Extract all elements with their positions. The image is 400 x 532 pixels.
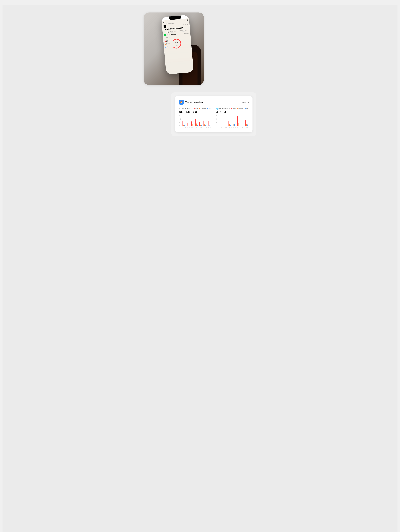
res-bar-red-3 <box>233 119 233 126</box>
search-icon[interactable]: ⌕ <box>185 24 186 25</box>
phone-gauge: 57 Total <box>170 38 182 50</box>
res-bar-orange-4 <box>238 123 239 126</box>
resource-legend-low: Low <box>245 108 249 109</box>
device-x-label: 22.12 <box>199 127 203 128</box>
ry-4: 4 <box>216 122 220 123</box>
device-medium-value-block: 146 <box>186 110 191 114</box>
more-icon[interactable]: ··· <box>187 24 188 25</box>
device-bar-group-3 <box>195 119 199 126</box>
period-icon: ▪ <box>240 101 241 103</box>
device-chart: 800 600 400 200 12.1819.1220.1221.1222.1… <box>179 115 211 129</box>
device-legend-low: Low <box>207 108 211 109</box>
phone-time: 9:41 <box>163 21 166 23</box>
resource-high-number: 4 <box>216 110 218 114</box>
bottom-section: 🔥 Threat detection ▪ This week <box>144 92 256 136</box>
gear-icon-small: ⚙ <box>164 37 165 38</box>
bar-orange-4 <box>200 125 201 126</box>
device-alerts-legend: High Medium Low <box>194 108 211 109</box>
device-low-number: 2.3k <box>193 110 198 114</box>
bar-blue-6 <box>209 125 210 126</box>
resource-medium-dot <box>237 108 238 109</box>
res-bar-red-4 <box>237 116 238 126</box>
y-800: 800 <box>179 115 182 116</box>
bar-blue-2 <box>193 125 193 126</box>
high-dot <box>165 41 166 42</box>
star-icon[interactable]: ☆ <box>183 24 184 25</box>
device-alerts-label: Device alerts <box>181 108 190 109</box>
y-600: 600 <box>179 118 182 120</box>
phone-action-icons: ☆ ⌕ ··· <box>183 24 188 25</box>
card-title-area: 🔥 Threat detection <box>179 100 203 105</box>
breadcrumb-sep1: / <box>165 24 166 24</box>
gauge-value: 57 <box>175 41 178 45</box>
resource-legend-high: High <box>231 108 236 109</box>
device-bar-group-1 <box>187 123 190 126</box>
bar-red-6 <box>208 121 208 126</box>
resource-high-dot <box>231 108 232 109</box>
device-x-label: 24.12 <box>208 127 211 128</box>
gauge-center: 57 Total <box>170 38 182 50</box>
phone-signal-icons: ▪▪ ◈ ▓ <box>185 19 188 21</box>
device-values-row: 439 146 2.3k <box>179 110 211 114</box>
resource-x-label: 22.12 <box>237 127 240 128</box>
device-bar-group-4 <box>199 122 203 126</box>
device-medium-number: 146 <box>186 110 191 114</box>
hamburger-icon[interactable]: ☰ <box>163 24 164 25</box>
resource-legend-medium: Medium <box>237 108 243 109</box>
dashboard-card: 🔥 Threat detection ▪ This week <box>175 96 252 132</box>
tab-overview[interactable]: Overview <box>164 31 169 33</box>
bar-red-4 <box>199 122 200 126</box>
bar-orange-0 <box>183 125 184 126</box>
res-bar-blue-6 <box>247 125 248 126</box>
resource-x-labels: 12.1819.1220.1221.1222.1223.1224.12 <box>220 127 249 128</box>
res-bar-blue-2 <box>230 125 231 126</box>
y-200: 200 <box>179 125 182 126</box>
ry-2: 2 <box>216 125 220 126</box>
gauge-label: Total <box>175 45 177 46</box>
tab-security-alerts[interactable]: Security alerts <box>170 30 176 33</box>
resource-x-label: 20.12 <box>228 127 232 128</box>
card-period[interactable]: ▪ This week <box>240 101 249 103</box>
bar-red-3 <box>195 119 196 126</box>
bar-orange-2 <box>192 124 193 126</box>
breadcrumb-sep2: / <box>168 23 169 24</box>
tab-res[interactable]: Res... <box>184 29 187 31</box>
device-y-axis: 800 600 400 200 <box>179 115 182 129</box>
bar-blue-4 <box>201 125 202 126</box>
device-low-value-block: 2.3k <box>193 110 198 114</box>
device-alerts-title-group: ⚙ Device alerts <box>179 108 190 110</box>
resource-low-dot <box>245 108 246 109</box>
device-bar-group-6 <box>208 121 211 126</box>
device-bar-group-5 <box>204 120 207 126</box>
bar-orange-6 <box>209 124 209 126</box>
phone-stats-area: High 55 Medium 2 <box>165 37 190 50</box>
device-high-dot <box>194 108 195 109</box>
resource-low-number: 4 <box>224 110 226 114</box>
device-low-label: Low <box>209 108 211 109</box>
bar-red-0 <box>182 121 183 126</box>
resource-high-label: High <box>233 108 236 109</box>
tab-recommends[interactable]: Recommends <box>177 30 183 32</box>
resource-x-label: 19.12 <box>224 127 228 128</box>
resource-globe-icon: 🌐 <box>216 108 219 110</box>
this-week-label: This week <box>185 33 189 34</box>
device-bars-wrapper: 12.1819.1220.1221.1222.1223.1224.12 <box>182 115 211 129</box>
bar-blue-0 <box>184 125 185 126</box>
resource-x-label: 24.12 <box>245 127 249 128</box>
device-bar-group-2 <box>191 121 194 126</box>
legend-low: Low 0 <box>165 46 170 49</box>
threat-prevention-title: ⚡ Threat prevention <box>164 33 176 36</box>
resource-x-label: 21.12 <box>233 127 236 128</box>
phone-container: 9:41 ▪▪ ◈ ▓ ☰ ⌂ / Hubs / rtogm-hub-Overv… <box>144 13 204 85</box>
bar-red-2 <box>191 121 192 126</box>
resource-x-label: 23.12 <box>241 127 245 128</box>
low-dot <box>165 47 166 48</box>
device-x-label: 21.12 <box>195 127 199 128</box>
card-icon: 🔥 <box>179 100 184 105</box>
this-week-badge[interactable]: ▪ This week <box>184 33 189 34</box>
resource-values-row: 4 1 4 <box>216 110 249 114</box>
device-x-label: 12.18 <box>182 127 186 128</box>
breadcrumb-hubs[interactable]: Hubs <box>166 23 168 24</box>
home-icon[interactable]: ⌂ <box>164 24 165 24</box>
resource-alerts-title-group: 🌐 Resource alerts <box>216 108 230 110</box>
